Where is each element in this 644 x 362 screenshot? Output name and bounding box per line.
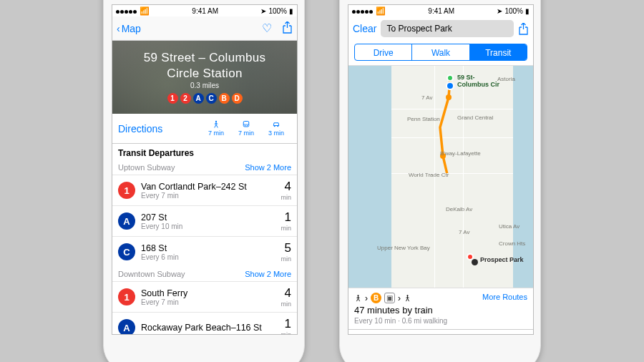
eta-value: 4 [280,180,291,194]
status-time: 9:41 AM [428,7,454,15]
share-icon[interactable] [518,23,529,35]
map-label: Crown Hts [499,240,525,247]
destination: South Ferry [141,288,275,298]
mode-segmented-control[interactable]: DriveWalkTransit [354,44,527,61]
line-bullet-C: C [206,93,217,104]
route-duration: 47 minutes by train [354,305,527,315]
departure-row[interactable]: 1South FerryEvery 7 min4min [112,281,297,312]
group-name: Downtown Subway [118,270,185,278]
location-icon: ➤ [260,7,266,15]
frequency: Every 10 min [141,222,275,230]
departure-row[interactable]: A207 StEvery 10 min1min [112,205,297,236]
map-label: World Trade Ctr [409,172,449,178]
station-distance: 0.3 miles [190,82,219,89]
share-icon[interactable] [282,21,293,35]
line-bullet: 1 [118,182,135,199]
walk-time: 7 min [208,129,224,137]
chevron-left-icon: ‹ [117,23,120,34]
departure-row[interactable]: ARockaway Park Beach–116 St1min [112,312,297,335]
frequency: Every 6 min [141,253,275,261]
walk-icon [404,293,411,303]
line-bullet: C [118,243,135,260]
map-label: B'way-Lafayette [440,150,481,157]
route-map[interactable]: 59 St- Columbus Cir Prospect Park Astori… [348,65,533,288]
segment-drive[interactable]: Drive [355,44,412,60]
line-bullets: 12ACBD [167,93,243,104]
line-bullet: 1 [118,288,135,305]
status-time: 9:41 AM [192,7,218,15]
eta-value: 4 [280,286,291,300]
end-label: Prospect Park [480,256,524,263]
segment-transit[interactable]: Transit [470,44,527,60]
clear-button[interactable]: Clear [353,23,376,34]
start-bar: Start i [348,329,533,335]
destination: 207 St [141,212,275,222]
location-icon: ➤ [497,7,502,15]
eta-value: 1 [280,317,291,331]
line-bullet-D: D [232,93,243,104]
destination: 168 St [141,243,275,253]
battery-text: 100% [268,7,287,15]
battery-icon: ▮ [525,7,530,15]
start-label-1: 59 St- [457,74,475,81]
departure-row[interactable]: 1Van Cortlandt Park–242 StEvery 7 min4mi… [112,175,297,205]
mode-walk[interactable]: 7 min [201,120,231,137]
screen-right: 📶 9:41 AM ➤ 100% ▮ Clear To Prospect Par… [348,4,534,335]
mode-drive[interactable]: 3 min [261,120,291,137]
route-summary[interactable]: More Routes › B ▣ › 47 minutes by train … [348,288,533,329]
start-label-2: Columbus Cir [457,81,499,88]
group-name: Uptown Subway [118,163,175,172]
more-routes-link[interactable]: More Routes [482,293,527,301]
transit-time: 7 min [238,129,254,137]
map-label: Upper New York Bay [377,245,430,251]
navbar: Clear To Prospect Park [348,16,533,41]
eta-unit: min [280,331,291,335]
station-title-1: 59 Street – Columbus [144,51,265,65]
map-label: Astoria [497,76,515,82]
signal-icon [116,7,137,15]
map-label: 7 Av [421,94,432,101]
show-more-link[interactable]: Show 2 More [245,270,291,278]
show-more-link[interactable]: Show 2 More [245,163,291,172]
destination-field[interactable]: To Prospect Park [381,20,514,37]
svg-point-0 [215,121,217,122]
dest-dot [472,259,478,265]
battery-text: 100% [504,7,523,15]
line-bullet: A [118,319,135,335]
svg-point-12 [406,295,408,296]
map-label: Penn Station [407,116,440,122]
eta-unit: min [280,194,291,201]
back-button[interactable]: ‹ Map [117,23,141,34]
eta-value: 5 [280,241,291,255]
line-bullet-2: 2 [180,93,191,104]
status-bar: 📶 9:41 AM ➤ 100% ▮ [348,5,533,16]
back-label: Map [122,23,141,34]
screen-left: 📶 9:41 AM ➤ 100% ▮ ‹ Map ♡ 59 Stre [112,4,298,335]
line-bullet-B: B [219,93,230,104]
walk-icon [354,293,362,303]
svg-point-4 [247,125,248,127]
departure-row[interactable]: C168 StEvery 6 min5min [112,236,297,267]
line-bullet: A [118,212,135,230]
signal-icon [352,7,374,15]
route-sub: Every 10 min · 0.6 mi walking [354,317,527,325]
eta-unit: min [280,300,291,308]
eta-value: 1 [280,210,291,225]
segment-walk[interactable]: Walk [412,44,469,60]
map-label: Utica Av [499,223,519,230]
route-line-bullet: B [371,293,381,303]
svg-rect-1 [243,122,249,127]
station-title-2: Circle Station [167,67,242,81]
navbar: ‹ Map ♡ [112,16,297,41]
svg-point-6 [277,125,278,127]
status-bar: 📶 9:41 AM ➤ 100% ▮ [112,5,297,16]
phone-right: 📶 9:41 AM ➤ 100% ▮ Clear To Prospect Par… [339,0,541,362]
map-label: 7 Av [459,229,469,235]
start-pin [447,74,454,82]
favorite-icon[interactable]: ♡ [262,21,272,35]
eta-unit: min [280,255,291,263]
svg-point-3 [245,125,246,127]
directions-button[interactable]: Directions [118,123,162,134]
mode-transit[interactable]: 7 min [231,120,261,137]
frequency: Every 7 min [141,192,275,200]
